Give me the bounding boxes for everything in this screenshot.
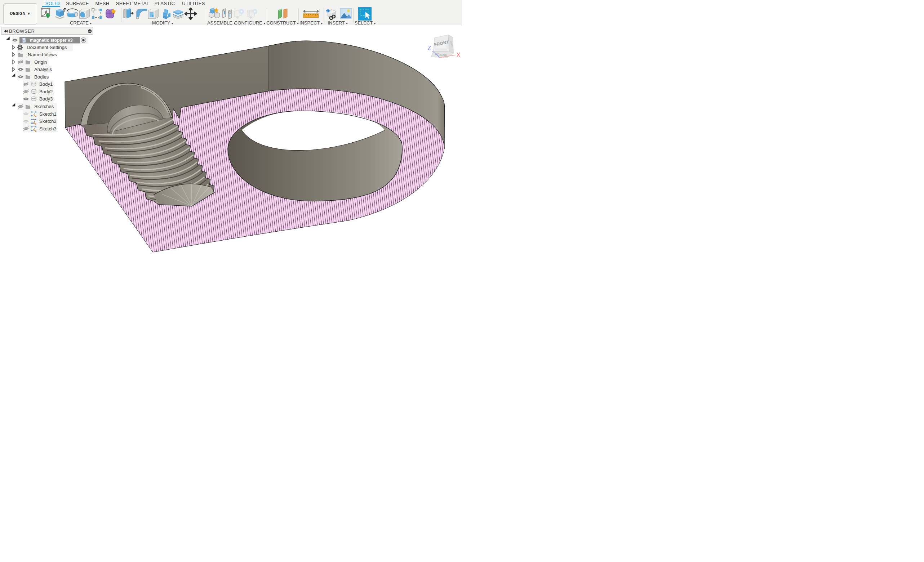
svg-text:Sketch2: Sketch2 [39,118,57,124]
svg-text:Named Views: Named Views [28,52,57,57]
svg-text:Document Settings: Document Settings [27,45,67,50]
svg-text:Z: Z [428,45,431,51]
svg-text:Bodies: Bodies [34,74,49,79]
svg-text:X: X [457,52,460,58]
svg-text:magnetic stopper v3: magnetic stopper v3 [30,38,73,43]
svg-text:Analysis: Analysis [34,67,52,72]
svg-text:Sketches: Sketches [34,104,54,109]
svg-text:Sketch1: Sketch1 [39,111,57,117]
svg-text:Body1: Body1 [39,81,52,87]
svg-text:Origin: Origin [34,60,47,65]
svg-text:Body2: Body2 [39,89,52,94]
svg-text:Body3: Body3 [39,96,52,102]
svg-text:Sketch3: Sketch3 [39,126,57,132]
